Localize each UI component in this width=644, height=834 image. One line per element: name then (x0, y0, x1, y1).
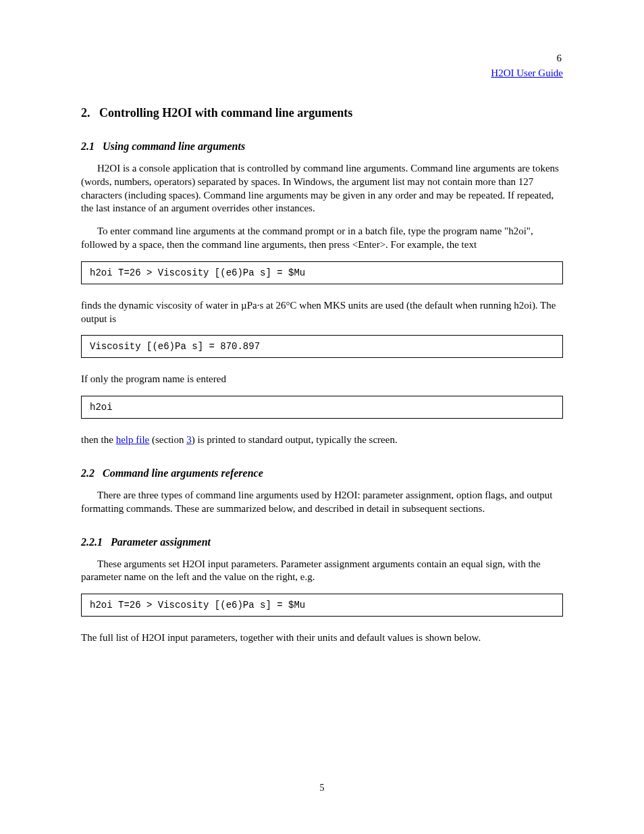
code-example-1: h2oi T=26 > Viscosity [(e6)Pa s] = $Mu (81, 261, 563, 284)
para-2-1-d: If only the program name is entered (81, 373, 563, 386)
code-example-2: h2oi T=26 > Viscosity [(e6)Pa s] = $Mu (81, 594, 563, 617)
para-2-1-e-c: ) is printed to standard output, typical… (192, 434, 398, 445)
para-2-2-1-b: The full list of H2OI input parameters, … (81, 631, 563, 645)
para-2-1-e-b: (section (149, 434, 186, 445)
section-2-2-title: Command line arguments reference (103, 467, 263, 479)
section-2-2-heading: 2.2 Command line arguments reference (81, 467, 563, 479)
doc-title-link[interactable]: H2OI User Guide (491, 68, 563, 78)
section-3-link[interactable]: 3 (186, 434, 192, 445)
section-2-2-1-heading: 2.2.1 Parameter assignment (81, 536, 563, 548)
para-2-1-c: finds the dynamic viscosity of water in … (81, 299, 563, 326)
page-number-top: 6 (557, 53, 562, 64)
para-2-1-e-a: then the (81, 434, 116, 445)
page-number-bottom: 5 (0, 783, 644, 793)
para-2-2-a: There are three types of command line ar… (81, 489, 563, 516)
para-2-1-e: then the help file (section 3) is printe… (81, 434, 563, 447)
section-2-2-1-number: 2.2.1 (81, 536, 103, 548)
doc-title-ref: H2OI User Guide (81, 68, 563, 79)
section-2-2-number: 2.2 (81, 467, 95, 479)
para-2-1-b: To enter command line arguments at the c… (81, 225, 563, 252)
para-2-1-a: H2OI is a console application that is co… (81, 162, 563, 215)
para-2-1-c-a: finds the dynamic viscosity of water in (81, 300, 241, 311)
section-2-1-heading: 2.1 Using command line arguments (81, 140, 563, 153)
para-2-2-1-a: These arguments set H2OI input parameter… (81, 558, 563, 585)
section-2-heading: 2. Controlling H2OI with command line ar… (81, 106, 563, 120)
section-2-2-1-title: Parameter assignment (111, 536, 211, 548)
section-2-1-title: Using command line arguments (103, 140, 245, 152)
code-output-1: Viscosity [(e6)Pa s] = 870.897 (81, 335, 563, 358)
section-2-1-number: 2.1 (81, 140, 95, 152)
help-file-link[interactable]: help file (116, 434, 150, 445)
unit-micro-pa-s: µPa·s (241, 300, 263, 311)
section-2-number: 2. (81, 106, 90, 120)
section-2-title: Controlling H2OI with command line argum… (99, 106, 352, 120)
code-h2oi-only: h2oi (81, 396, 563, 419)
